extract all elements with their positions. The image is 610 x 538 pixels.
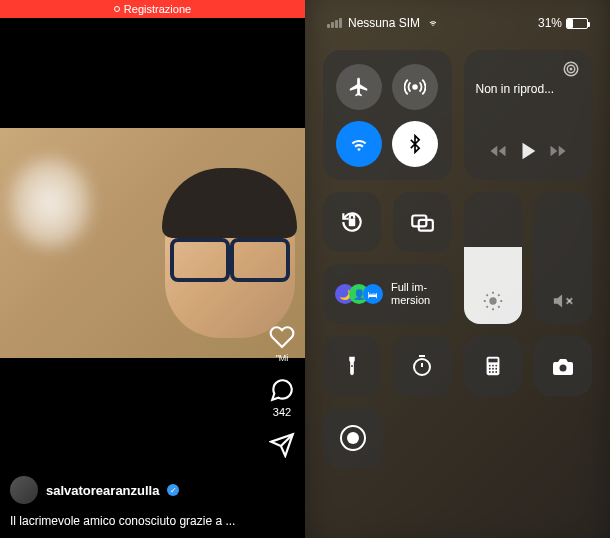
rotation-lock-button[interactable] xyxy=(323,192,381,252)
like-label: "Mi xyxy=(276,353,289,363)
screen-mirroring-button[interactable] xyxy=(393,192,451,252)
svg-point-14 xyxy=(489,297,496,304)
reel-info: salvatorearanzulla ✓ Il lacrimevole amic… xyxy=(10,476,255,528)
recording-label: Registrazione xyxy=(124,3,191,15)
svg-point-5 xyxy=(570,68,572,70)
svg-line-21 xyxy=(486,306,487,307)
media-next-button[interactable] xyxy=(549,142,567,160)
reel-actions: "Mi 342 xyxy=(269,324,295,458)
svg-point-36 xyxy=(492,368,494,370)
media-tile[interactable]: Non in riprod... xyxy=(464,50,593,180)
media-title: Non in riprod... xyxy=(476,82,581,96)
video-frame xyxy=(0,128,305,358)
svg-rect-31 xyxy=(488,359,497,363)
calculator-icon xyxy=(482,355,504,377)
wifi-icon xyxy=(348,133,370,155)
svg-point-34 xyxy=(495,365,497,367)
svg-point-39 xyxy=(492,371,494,373)
media-play-button[interactable] xyxy=(517,140,539,162)
screen-mirroring-icon xyxy=(409,209,435,235)
record-icon xyxy=(340,425,366,451)
avatar[interactable] xyxy=(10,476,38,504)
battery-percent: 31% xyxy=(538,16,562,30)
svg-line-22 xyxy=(498,294,499,295)
caption[interactable]: Il lacrimevole amico conosciuto grazie a… xyxy=(10,514,255,528)
media-prev-button[interactable] xyxy=(489,142,507,160)
battery-icon xyxy=(566,18,588,29)
svg-line-17 xyxy=(486,294,487,295)
airplane-mode-button[interactable] xyxy=(336,64,382,110)
send-icon xyxy=(269,432,295,458)
video-area[interactable] xyxy=(0,18,305,538)
svg-marker-6 xyxy=(490,146,497,157)
bluetooth-button[interactable] xyxy=(392,121,438,167)
svg-line-18 xyxy=(498,306,499,307)
svg-marker-8 xyxy=(522,143,535,160)
svg-point-37 xyxy=(495,368,497,370)
wifi-status-icon xyxy=(426,18,440,28)
svg-marker-23 xyxy=(554,295,562,308)
svg-marker-10 xyxy=(550,146,557,157)
timer-icon xyxy=(410,354,434,378)
comment-button[interactable]: 342 xyxy=(269,377,295,418)
forward-icon xyxy=(549,142,567,160)
heart-icon xyxy=(269,324,295,350)
user-row[interactable]: salvatorearanzulla ✓ xyxy=(10,476,255,504)
svg-point-2 xyxy=(414,85,418,89)
instagram-reel-panel: Registrazione "Mi 342 xyxy=(0,0,305,538)
bed-icon: 🛏 xyxy=(363,284,383,304)
play-icon xyxy=(517,140,539,162)
svg-point-26 xyxy=(351,365,353,367)
rewind-icon xyxy=(489,142,507,160)
calculator-button[interactable] xyxy=(464,336,522,396)
camera-icon xyxy=(551,354,575,378)
svg-point-40 xyxy=(495,371,497,373)
airplane-icon xyxy=(348,76,370,98)
focus-icons: 🌙 👤 🛏 xyxy=(335,284,383,304)
svg-point-38 xyxy=(489,371,491,373)
status-bar: Nessuna SIM 31% xyxy=(323,8,592,38)
volume-mute-icon xyxy=(552,290,574,312)
recording-bar: Registrazione xyxy=(0,0,305,18)
brightness-slider[interactable] xyxy=(464,192,522,324)
brightness-icon xyxy=(482,290,504,312)
username[interactable]: salvatorearanzulla xyxy=(46,483,159,498)
like-button[interactable]: "Mi xyxy=(269,324,295,363)
control-center-panel: Nessuna SIM 31% xyxy=(305,0,610,538)
svg-point-41 xyxy=(559,365,566,372)
bluetooth-icon xyxy=(405,134,425,154)
svg-point-32 xyxy=(489,365,491,367)
verified-badge-icon: ✓ xyxy=(167,484,179,496)
rotation-lock-icon xyxy=(339,209,365,235)
focus-label: Full im- mersion xyxy=(391,281,430,307)
volume-slider[interactable] xyxy=(534,192,592,324)
wifi-button[interactable] xyxy=(336,121,382,167)
svg-point-35 xyxy=(489,368,491,370)
connectivity-tile[interactable] xyxy=(323,50,452,180)
share-button[interactable] xyxy=(269,432,295,458)
comment-count: 342 xyxy=(273,406,291,418)
timer-button[interactable] xyxy=(393,336,451,396)
flashlight-button[interactable] xyxy=(323,336,381,396)
carrier-label: Nessuna SIM xyxy=(348,16,420,30)
svg-marker-7 xyxy=(498,146,505,157)
comment-icon xyxy=(269,377,295,403)
svg-rect-11 xyxy=(349,219,356,227)
screen-record-button[interactable] xyxy=(323,408,383,468)
svg-point-33 xyxy=(492,365,494,367)
cellular-data-button[interactable] xyxy=(392,64,438,110)
svg-marker-9 xyxy=(559,146,566,157)
signal-icon xyxy=(327,18,342,28)
flashlight-icon xyxy=(341,355,363,377)
airplay-icon[interactable] xyxy=(562,60,580,78)
camera-button[interactable] xyxy=(534,336,592,396)
recording-dot-icon xyxy=(114,6,120,12)
antenna-icon xyxy=(404,76,426,98)
focus-button[interactable]: 🌙 👤 🛏 Full im- mersion xyxy=(323,264,452,324)
